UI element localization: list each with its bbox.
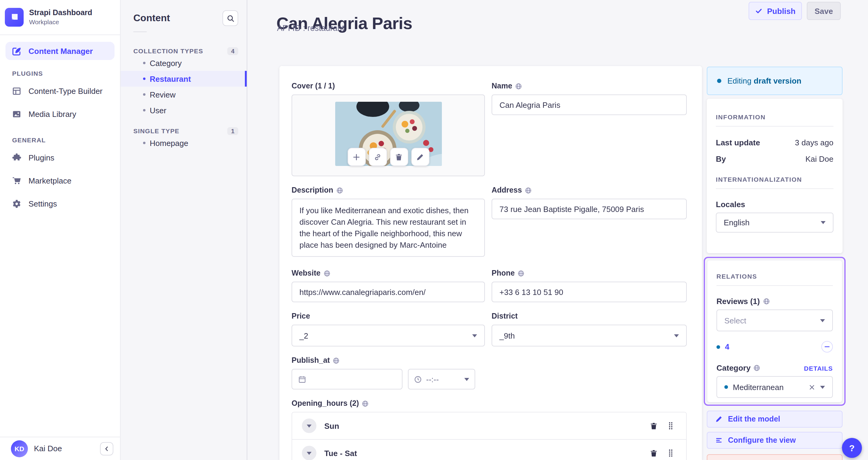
x-icon bbox=[809, 384, 815, 390]
globe-icon bbox=[754, 365, 761, 371]
address-label: Address bbox=[492, 186, 522, 194]
delete-media-button[interactable] bbox=[390, 148, 408, 166]
meta-panel: Editing draft version INFORMATION Last u… bbox=[707, 67, 842, 460]
status-prefix: Editing bbox=[727, 76, 752, 86]
publish-at-date-input[interactable] bbox=[291, 369, 402, 389]
sidebar-item-label: Plugins bbox=[29, 153, 54, 162]
delete-entry-button-partial[interactable] bbox=[707, 454, 842, 460]
chevron-down-icon bbox=[307, 452, 312, 455]
chevron-left-icon bbox=[104, 446, 110, 452]
sidebar-item-content-type-builder[interactable]: Content-Type Builder bbox=[5, 82, 115, 100]
expand-row-button[interactable] bbox=[302, 419, 316, 433]
clear-category-button[interactable] bbox=[809, 384, 815, 390]
search-icon bbox=[226, 14, 234, 22]
sidebar-item-media-library[interactable]: Media Library bbox=[5, 105, 115, 123]
sidebar-item-marketplace[interactable]: Marketplace bbox=[5, 171, 115, 190]
information-heading: INFORMATION bbox=[716, 113, 833, 121]
sidebar-item-label: Content Manager bbox=[29, 46, 93, 56]
name-input[interactable] bbox=[492, 95, 687, 115]
subnav-item-category[interactable]: Category bbox=[121, 55, 247, 71]
collapse-sidebar-button[interactable] bbox=[100, 442, 113, 456]
opening-hours-row-title: Tue - Sat bbox=[324, 449, 357, 458]
address-input[interactable] bbox=[492, 199, 687, 219]
locales-select[interactable]: English bbox=[716, 212, 833, 233]
by-label: By bbox=[716, 155, 726, 164]
edit-media-button[interactable] bbox=[411, 148, 429, 166]
category-select[interactable]: Mediterranean bbox=[716, 376, 833, 398]
opening-hours-row-tue-sat[interactable]: Tue - Sat bbox=[292, 439, 686, 460]
delete-row-button[interactable] bbox=[650, 449, 658, 457]
category-value: Mediterranean bbox=[733, 383, 784, 392]
subnav-item-restaurant[interactable]: Restaurant bbox=[121, 71, 247, 87]
status-emphasis: draft version bbox=[754, 76, 802, 86]
sidebar-item-settings[interactable]: Settings bbox=[5, 194, 115, 212]
add-media-button[interactable] bbox=[347, 148, 366, 166]
subnav-item-homepage[interactable]: Homepage bbox=[121, 135, 247, 151]
locale-value: English bbox=[724, 218, 749, 227]
cover-media-box bbox=[291, 95, 485, 176]
remove-relation-button[interactable] bbox=[821, 341, 833, 353]
locales-label: Locales bbox=[716, 200, 833, 209]
subnav-item-user[interactable]: User bbox=[121, 102, 247, 118]
globe-icon bbox=[763, 298, 770, 305]
delete-row-button[interactable] bbox=[650, 422, 658, 430]
district-select[interactable]: _9th bbox=[492, 325, 687, 347]
sidebar-item-content-manager[interactable]: Content Manager bbox=[5, 42, 115, 60]
review-relation-link[interactable]: 4 bbox=[725, 342, 729, 351]
phone-field: Phone bbox=[492, 269, 687, 302]
phone-input[interactable] bbox=[492, 282, 687, 302]
expand-row-button[interactable] bbox=[302, 446, 316, 460]
main-sidebar: Strapi Dashboard Workplace Content Manag… bbox=[0, 0, 121, 460]
puzzle-icon bbox=[12, 153, 21, 162]
copy-link-button[interactable] bbox=[369, 148, 387, 166]
drag-handle-icon[interactable] bbox=[668, 422, 674, 430]
configure-view-button[interactable]: Configure the view bbox=[707, 432, 842, 449]
sidebar-item-label: Media Library bbox=[29, 109, 76, 119]
plus-icon bbox=[352, 153, 360, 161]
district-label: District bbox=[492, 312, 518, 320]
details-link[interactable]: DETAILS bbox=[804, 364, 833, 371]
sidebar-section-general: GENERAL bbox=[5, 136, 115, 143]
last-update-value: 3 days ago bbox=[795, 138, 833, 147]
publish-button[interactable]: Publish bbox=[749, 2, 802, 20]
help-button[interactable]: ? bbox=[842, 438, 862, 458]
clock-icon bbox=[414, 375, 422, 383]
help-label: ? bbox=[849, 443, 855, 453]
save-button[interactable]: Save bbox=[807, 2, 841, 20]
sidebar-item-label: Settings bbox=[29, 199, 57, 208]
chevron-down-icon bbox=[307, 424, 312, 427]
sidebar-item-plugins[interactable]: Plugins bbox=[5, 149, 115, 167]
workspace-switcher[interactable]: Strapi Dashboard Workplace bbox=[0, 0, 120, 35]
price-field: Price _2 bbox=[291, 312, 485, 347]
single-type-list: Homepage bbox=[121, 135, 247, 151]
i18n-heading: INTERNATIONALIZATION bbox=[716, 176, 833, 183]
website-input[interactable] bbox=[291, 282, 485, 302]
cart-icon bbox=[12, 176, 21, 185]
district-field: District _9th bbox=[492, 312, 687, 347]
save-label: Save bbox=[815, 6, 833, 15]
divider bbox=[716, 126, 833, 127]
last-update-label: Last update bbox=[716, 138, 760, 147]
publish-at-time-input[interactable]: --:-- bbox=[408, 369, 475, 389]
divider bbox=[716, 188, 833, 189]
strapi-logo-icon bbox=[5, 8, 24, 27]
opening-hours-row-sun[interactable]: Sun bbox=[292, 413, 686, 439]
app-title: Strapi Dashboard bbox=[29, 9, 92, 18]
description-textarea[interactable]: If you like Mediterranean and exotic dis… bbox=[291, 199, 485, 257]
sidebar-footer: KD Kai Doe bbox=[0, 437, 120, 460]
edit-model-button[interactable]: Edit the model bbox=[707, 410, 842, 428]
subnav-item-review[interactable]: Review bbox=[121, 87, 247, 102]
search-button[interactable] bbox=[222, 10, 238, 26]
price-select[interactable]: _2 bbox=[291, 325, 485, 347]
pencil-icon bbox=[715, 416, 722, 423]
avatar[interactable]: KD bbox=[11, 440, 28, 457]
chevron-down-icon bbox=[820, 319, 825, 322]
drag-handle-icon[interactable] bbox=[668, 449, 674, 457]
reviews-select[interactable]: Select bbox=[716, 309, 833, 331]
workspace-name: Workplace bbox=[29, 18, 92, 26]
chevron-down-icon bbox=[820, 386, 825, 389]
publish-label: Publish bbox=[767, 6, 796, 15]
website-field: Website bbox=[291, 269, 485, 302]
divider bbox=[133, 32, 147, 32]
address-field: Address bbox=[492, 186, 687, 219]
